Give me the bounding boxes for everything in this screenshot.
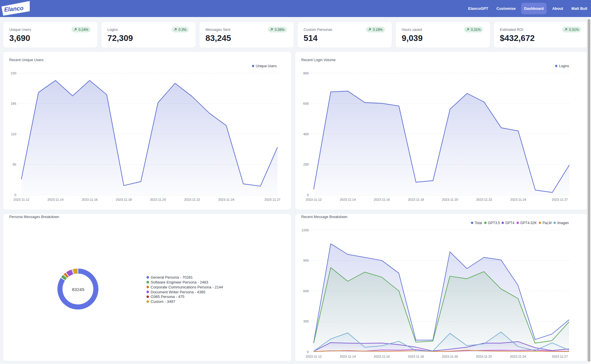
svg-text:2023-11-12: 2023-11-12 bbox=[306, 198, 321, 201]
svg-text:0.24%: 0.24% bbox=[78, 28, 88, 32]
svg-text:165: 165 bbox=[11, 102, 16, 105]
svg-text:55: 55 bbox=[13, 163, 16, 166]
svg-text:2023-11-22: 2023-11-22 bbox=[476, 198, 492, 201]
svg-text:Total: Total bbox=[475, 221, 482, 225]
svg-text:2023-11-20: 2023-11-20 bbox=[442, 355, 458, 358]
svg-text:0.3%: 0.3% bbox=[179, 28, 187, 32]
svg-text:600: 600 bbox=[303, 102, 309, 105]
svg-text:0.31%: 0.31% bbox=[569, 28, 579, 32]
svg-text:2023-11-27: 2023-11-27 bbox=[264, 198, 280, 201]
svg-text:2023-11-16: 2023-11-16 bbox=[374, 198, 390, 201]
svg-text:0.38%: 0.38% bbox=[275, 28, 285, 32]
svg-text:2023-11-14: 2023-11-14 bbox=[340, 198, 356, 201]
svg-text:0.19%: 0.19% bbox=[373, 28, 383, 32]
svg-text:GPT4: GPT4 bbox=[505, 221, 515, 225]
svg-text:2023-11-20: 2023-11-20 bbox=[442, 198, 458, 201]
svg-text:2023-11-14: 2023-11-14 bbox=[48, 198, 63, 201]
svg-text:PaLM: PaLM bbox=[543, 221, 551, 225]
svg-text:514: 514 bbox=[304, 33, 317, 43]
svg-text:Software Engineer Persona - 24: Software Engineer Persona - 2483 bbox=[151, 280, 208, 284]
svg-text:Estimated ROI: Estimated ROI bbox=[500, 28, 523, 32]
svg-text:Recent Unique Users: Recent Unique Users bbox=[9, 58, 44, 62]
svg-text:83,245: 83,245 bbox=[205, 33, 231, 43]
svg-text:2023-11-18: 2023-11-18 bbox=[408, 198, 424, 201]
svg-text:2023-11-16: 2023-11-16 bbox=[374, 355, 390, 358]
svg-text:Customise: Customise bbox=[496, 6, 515, 11]
svg-text:General Persona - 70281: General Persona - 70281 bbox=[151, 275, 193, 279]
svg-text:0.31%: 0.31% bbox=[471, 28, 481, 32]
svg-text:110: 110 bbox=[11, 132, 16, 136]
svg-text:Custom - 3497: Custom - 3497 bbox=[151, 299, 175, 304]
svg-text:800: 800 bbox=[303, 72, 309, 75]
svg-text:2023-11-18: 2023-11-18 bbox=[116, 198, 132, 201]
svg-text:Corporate Communications Perso: Corporate Communications Persona - 2144 bbox=[151, 285, 223, 289]
svg-text:2023-11-22: 2023-11-22 bbox=[184, 198, 200, 201]
svg-text:Unique Users: Unique Users bbox=[256, 64, 277, 68]
svg-text:Recent Message Breakdown: Recent Message Breakdown bbox=[301, 215, 347, 219]
svg-text:2023-11-12: 2023-11-12 bbox=[13, 198, 29, 201]
svg-text:400: 400 bbox=[303, 132, 309, 136]
svg-text:Imagen: Imagen bbox=[557, 221, 569, 225]
svg-text:About: About bbox=[552, 6, 563, 11]
svg-text:2023-11-22: 2023-11-22 bbox=[476, 355, 492, 358]
svg-text:$432,672: $432,672 bbox=[500, 33, 535, 43]
svg-text:2023-11-20: 2023-11-20 bbox=[150, 198, 166, 201]
svg-text:ElancoGPT: ElancoGPT bbox=[468, 6, 488, 11]
svg-text:Dashboard: Dashboard bbox=[524, 6, 544, 11]
svg-text:0: 0 bbox=[307, 193, 309, 197]
svg-text:2023-11-16: 2023-11-16 bbox=[82, 198, 98, 201]
svg-text:Messages Sent: Messages Sent bbox=[205, 28, 231, 32]
svg-text:Custom Personas: Custom Personas bbox=[304, 28, 332, 32]
svg-text:1200: 1200 bbox=[301, 228, 309, 232]
svg-text:2023-11-24: 2023-11-24 bbox=[510, 198, 526, 201]
svg-text:GPT3.5: GPT3.5 bbox=[488, 221, 500, 225]
svg-text:Hours saved: Hours saved bbox=[402, 28, 422, 32]
svg-text:Persona Messages Breakdown: Persona Messages Breakdown bbox=[9, 215, 59, 219]
svg-text:2023-11-27: 2023-11-27 bbox=[552, 355, 568, 358]
svg-text:72,309: 72,309 bbox=[107, 33, 133, 43]
svg-text:83245: 83245 bbox=[72, 287, 84, 292]
svg-text:2023-11-14: 2023-11-14 bbox=[340, 355, 356, 358]
svg-text:3,690: 3,690 bbox=[9, 33, 30, 43]
svg-text:Recent Login Volume: Recent Login Volume bbox=[301, 58, 336, 62]
svg-text:2023-11-18: 2023-11-18 bbox=[408, 355, 424, 358]
svg-text:Logins: Logins bbox=[559, 64, 569, 68]
svg-text:220: 220 bbox=[11, 72, 16, 75]
svg-text:Unique Users: Unique Users bbox=[9, 28, 31, 32]
svg-text:600: 600 bbox=[303, 289, 309, 293]
svg-text:0: 0 bbox=[307, 350, 309, 354]
svg-text:2023-11-24: 2023-11-24 bbox=[510, 355, 526, 358]
svg-text:Logins: Logins bbox=[107, 28, 118, 32]
svg-text:900: 900 bbox=[303, 259, 309, 262]
svg-text:300: 300 bbox=[303, 320, 309, 323]
svg-text:2023-11-24: 2023-11-24 bbox=[218, 198, 234, 201]
svg-text:2023-11-27: 2023-11-27 bbox=[552, 198, 568, 201]
svg-text:2023-11-12: 2023-11-12 bbox=[306, 355, 321, 358]
svg-text:Matt Bull: Matt Bull bbox=[571, 6, 587, 11]
svg-text:9,039: 9,039 bbox=[402, 33, 423, 43]
svg-text:GPT4-32K: GPT4-32K bbox=[520, 221, 537, 225]
svg-text:0: 0 bbox=[14, 193, 16, 197]
svg-text:O365 Persona - 475: O365 Persona - 475 bbox=[151, 294, 184, 299]
svg-text:200: 200 bbox=[303, 163, 309, 166]
svg-text:Document Writer Persona - 4365: Document Writer Persona - 4365 bbox=[151, 290, 205, 294]
